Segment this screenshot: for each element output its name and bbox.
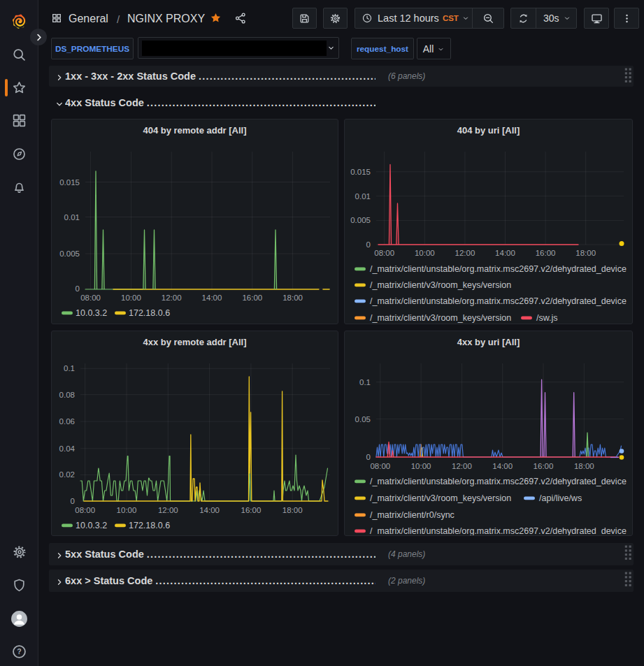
svg-text:08:00: 08:00	[80, 294, 101, 302]
svg-text:172.18.0.6: 172.18.0.6	[129, 308, 170, 318]
svg-text:0.005: 0.005	[59, 249, 80, 258]
svg-text:0.015: 0.015	[59, 178, 80, 187]
svg-text:18:00: 18:00	[282, 506, 303, 514]
svg-text:/_matrix/client/v3/room_keys/v: /_matrix/client/v3/room_keys/version	[370, 280, 511, 290]
svg-text:16:00: 16:00	[534, 462, 554, 470]
svg-text:0.1: 0.1	[64, 364, 75, 372]
svg-text:172.18.0.6: 172.18.0.6	[129, 521, 170, 530]
svg-text:08:00: 08:00	[75, 506, 95, 514]
svg-text:16:00: 16:00	[536, 249, 556, 257]
svg-text:/_matrix/client/unstable/org.m: /_matrix/client/unstable/org.matrix.msc2…	[370, 264, 627, 274]
svg-text:0.01: 0.01	[355, 192, 371, 201]
svg-text:10:00: 10:00	[121, 294, 141, 302]
svg-text:0: 0	[76, 284, 80, 293]
svg-text:0.05: 0.05	[355, 415, 371, 424]
svg-text:0.08: 0.08	[59, 391, 75, 399]
svg-text:0.005: 0.005	[350, 216, 371, 224]
svg-text:0.04: 0.04	[59, 444, 76, 453]
svg-text:18:00: 18:00	[574, 462, 594, 470]
svg-text:14:00: 14:00	[495, 249, 515, 257]
svg-text:14:00: 14:00	[492, 462, 513, 470]
svg-text:0: 0	[71, 497, 75, 505]
svg-text:0.01: 0.01	[64, 213, 80, 222]
svg-text:16:00: 16:00	[241, 506, 262, 514]
svg-text:/api/live/ws: /api/live/ws	[539, 493, 582, 503]
svg-text:/_matrix/client/v3/room_keys/v: /_matrix/client/v3/room_keys/version	[370, 493, 511, 503]
svg-text:0.015: 0.015	[350, 168, 371, 176]
svg-text:10.0.3.2: 10.0.3.2	[76, 521, 107, 530]
svg-text:?: ?	[17, 647, 21, 656]
svg-text:0: 0	[366, 453, 371, 461]
svg-text:18:00: 18:00	[282, 294, 303, 302]
svg-text:12:00: 12:00	[455, 249, 475, 257]
svg-text:/_matrix/client/unstable/org.m: /_matrix/client/unstable/org.matrix.msc2…	[370, 296, 627, 306]
svg-text:0.02: 0.02	[59, 470, 75, 479]
svg-text:0.1: 0.1	[359, 378, 371, 386]
svg-text:/sw.js: /sw.js	[536, 313, 558, 323]
svg-text:08:00: 08:00	[374, 249, 394, 257]
svg-text:/_matrix/client/unstable/org.m: /_matrix/client/unstable/org.matrix.msc2…	[370, 526, 627, 536]
svg-text:/_matrix/client/v3/room_keys/v: /_matrix/client/v3/room_keys/version	[370, 313, 511, 323]
svg-text:10.0.3.2: 10.0.3.2	[76, 308, 107, 318]
svg-text:10:00: 10:00	[117, 506, 137, 514]
svg-text:0: 0	[366, 240, 371, 249]
svg-text:/_matrix/client/r0/sync: /_matrix/client/r0/sync	[370, 510, 455, 520]
svg-text:16:00: 16:00	[242, 294, 262, 302]
svg-text:12:00: 12:00	[452, 462, 472, 470]
svg-text:12:00: 12:00	[162, 294, 182, 302]
svg-text:14:00: 14:00	[202, 294, 222, 302]
svg-text:12:00: 12:00	[158, 506, 178, 514]
svg-text:14:00: 14:00	[199, 506, 220, 514]
svg-text:08:00: 08:00	[370, 462, 390, 470]
svg-text:0.06: 0.06	[59, 417, 75, 426]
svg-text:10:00: 10:00	[415, 249, 435, 257]
svg-text:10:00: 10:00	[411, 462, 431, 470]
svg-text:18:00: 18:00	[575, 249, 596, 257]
svg-text:/_matrix/client/unstable/org.m: /_matrix/client/unstable/org.matrix.msc2…	[370, 477, 627, 486]
